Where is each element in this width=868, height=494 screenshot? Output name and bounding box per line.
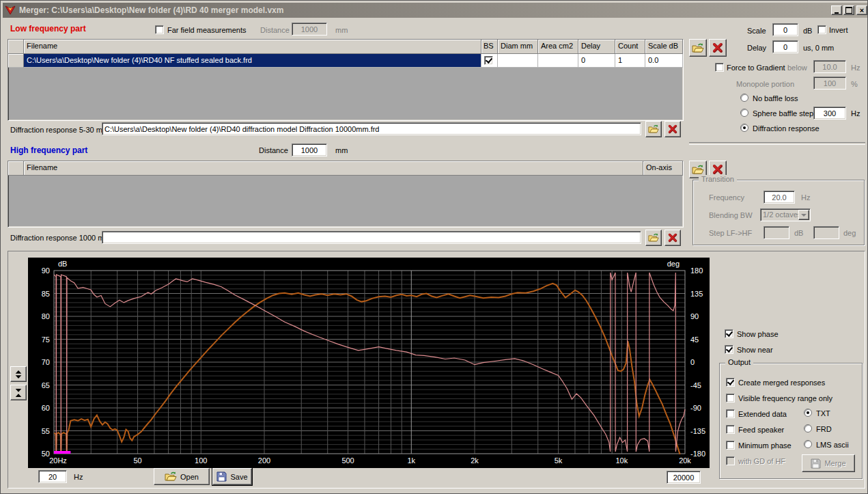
- hf-diffraction-clear-button[interactable]: [664, 230, 681, 246]
- hf-row-header: [8, 161, 24, 176]
- minimum-phase-label: Minimum phase: [738, 441, 792, 450]
- svg-text:-90: -90: [690, 404, 701, 412]
- transition-frequency-unit: Hz: [801, 193, 810, 202]
- lf-col-count[interactable]: Count: [615, 40, 645, 54]
- below-input: [813, 60, 846, 73]
- delay-label: Delay: [747, 44, 766, 52]
- save-button[interactable]: Save: [212, 468, 252, 485]
- scale-unit: dB: [803, 27, 812, 35]
- svg-text:180: 180: [690, 266, 703, 275]
- visible-range-label: Visible frequency range only: [738, 394, 832, 402]
- hf-files-table: Filename On-axis: [8, 161, 684, 228]
- lf-col-scale[interactable]: Scale dB: [645, 40, 683, 54]
- open-folder-icon: [692, 165, 704, 175]
- open-folder-icon: [692, 43, 704, 53]
- lf-col-delay[interactable]: Delay mm: [578, 40, 615, 54]
- show-phase-checkbox[interactable]: [725, 329, 733, 338]
- freq-start-input[interactable]: [38, 470, 67, 483]
- window-title: Merger: C:\Users\a\Desktop\New folder (4…: [19, 5, 830, 15]
- lf-col-area[interactable]: Area cm2: [538, 40, 578, 54]
- svg-text:45: 45: [690, 335, 699, 344]
- below-unit: Hz: [851, 64, 860, 72]
- hf-diffraction-open-button[interactable]: [645, 230, 662, 246]
- no-baffle-loss-radio[interactable]: [740, 94, 748, 102]
- hf-distance-label: Distance: [259, 146, 288, 154]
- sphere-baffle-radio[interactable]: [740, 109, 748, 117]
- merger-window: Merger: C:\Users\a\Desktop\New folder (4…: [0, 0, 868, 494]
- monopole-input: [813, 77, 846, 90]
- svg-text:-135: -135: [690, 427, 705, 435]
- lf-col-bs[interactable]: BS: [481, 40, 498, 54]
- close-button[interactable]: ×: [856, 5, 867, 15]
- diffraction-response-radio[interactable]: [740, 124, 748, 132]
- lf-col-diam[interactable]: Diam mm: [498, 40, 538, 54]
- hf-diffraction-input[interactable]: [102, 231, 641, 244]
- format-txt-label: TXT: [816, 409, 830, 417]
- title-bar: Merger: C:\Users\a\Desktop\New folder (4…: [3, 3, 868, 18]
- visible-range-checkbox[interactable]: [726, 394, 735, 402]
- diffraction-response-label: Diffraction response: [753, 124, 820, 133]
- svg-text:1k: 1k: [407, 456, 415, 465]
- hf-distance-input[interactable]: [292, 143, 327, 156]
- svg-text:0: 0: [690, 358, 695, 366]
- sphere-baffle-input[interactable]: [813, 107, 846, 120]
- lf-distance-label: Distance: [260, 26, 290, 34]
- svg-text:135: 135: [690, 290, 703, 298]
- lf-col-filename[interactable]: Filename: [24, 40, 481, 54]
- svg-text:-180: -180: [690, 450, 705, 458]
- output-group-title: Output: [725, 358, 753, 366]
- expand-arrows-icon: [14, 370, 23, 379]
- lf-row-area[interactable]: [538, 54, 578, 68]
- minimum-phase-checkbox[interactable]: [726, 441, 735, 450]
- lf-row-bs-checkbox[interactable]: [484, 56, 493, 65]
- invert-checkbox[interactable]: [817, 25, 826, 34]
- show-near-checkbox[interactable]: [725, 345, 733, 354]
- open-button[interactable]: Open: [154, 468, 210, 485]
- lf-row-delay[interactable]: 0: [578, 54, 615, 68]
- create-merged-checkbox[interactable]: [726, 378, 735, 387]
- scale-input[interactable]: [772, 23, 798, 36]
- lf-row-count[interactable]: 1: [615, 54, 645, 68]
- lf-row-selector[interactable]: [8, 54, 24, 68]
- lf-row-diam[interactable]: [498, 54, 538, 68]
- show-phase-label: Show phase: [737, 330, 779, 338]
- delete-x-icon: [712, 42, 724, 54]
- format-lms-label: LMS ascii: [816, 441, 849, 449]
- lf-diffraction-input[interactable]: [102, 122, 641, 135]
- lf-row-filename[interactable]: C:\Users\a\Desktop\New folder (4)\RD40 N…: [24, 54, 481, 68]
- feed-speaker-label: Feed speaker: [738, 426, 784, 434]
- force-gradient-checkbox[interactable]: [715, 63, 724, 72]
- feed-speaker-checkbox[interactable]: [726, 425, 735, 434]
- minimize-button[interactable]: [831, 5, 842, 15]
- lf-diffraction-clear-button[interactable]: [664, 121, 681, 137]
- monopole-label: Monopole portion: [736, 80, 794, 88]
- format-lms-radio[interactable]: [804, 440, 812, 448]
- blending-bw-dropdown: 1/2 octaves: [760, 208, 811, 221]
- maximize-button[interactable]: [843, 5, 854, 15]
- hf-col-filename[interactable]: Filename: [24, 161, 643, 176]
- extended-data-checkbox[interactable]: [726, 409, 735, 418]
- svg-text:80: 80: [42, 312, 50, 320]
- lf-open-files-button[interactable]: [689, 39, 707, 57]
- lf-remove-files-button[interactable]: [709, 39, 727, 57]
- delay-input[interactable]: [772, 40, 798, 53]
- hf-col-onaxis[interactable]: On-axis: [643, 161, 683, 176]
- hf-distance-unit: mm: [335, 146, 348, 154]
- lf-diffraction-open-button[interactable]: [645, 121, 662, 137]
- transition-frequency-input[interactable]: [764, 191, 795, 204]
- format-frd-radio[interactable]: [804, 424, 812, 433]
- create-merged-label: Create merged responses: [738, 379, 825, 387]
- delete-x-icon: [667, 232, 678, 243]
- frequency-response-chart[interactable]: 90858075706560555018013590450-45-90-135-…: [28, 258, 710, 468]
- transition-group-title: Transition: [699, 175, 737, 183]
- freq-end-input[interactable]: [667, 471, 701, 484]
- close-icon: ×: [860, 7, 864, 14]
- svg-text:-45: -45: [690, 381, 701, 389]
- expand-y-range-button[interactable]: [10, 366, 27, 382]
- delete-x-icon: [712, 163, 724, 176]
- far-field-checkbox[interactable]: [155, 25, 164, 34]
- lf-row-scale[interactable]: 0.0: [645, 54, 683, 68]
- compress-y-range-button[interactable]: [10, 385, 27, 400]
- svg-text:60: 60: [42, 404, 50, 412]
- format-txt-radio[interactable]: [804, 409, 812, 417]
